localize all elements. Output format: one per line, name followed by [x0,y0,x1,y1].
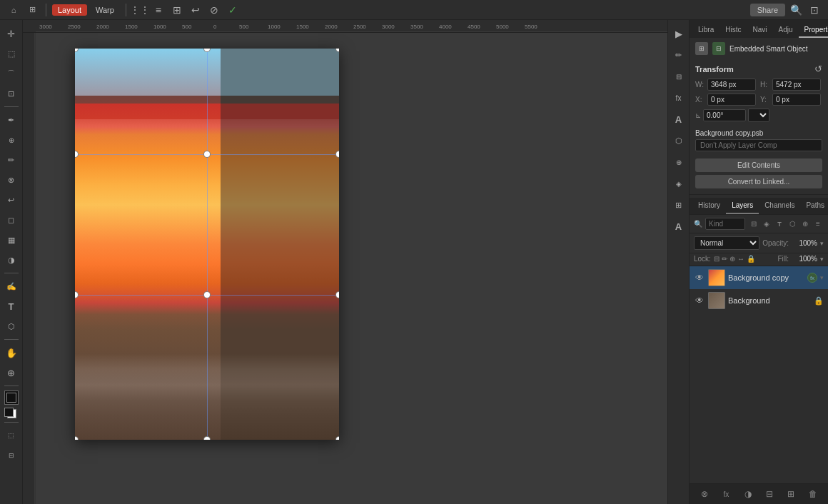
view-toggle-icon[interactable]: ⊡ [807,2,822,18]
layout-menu[interactable]: Layout [52,4,87,16]
rect-select-tool[interactable]: ⬚ [2,44,21,63]
move-tool[interactable]: ✛ [2,24,21,43]
select-icon[interactable]: ⊞ [24,2,40,18]
angle-select[interactable] [748,109,769,122]
blend-mode-select[interactable]: Normal [694,236,759,250]
layer-comp-input[interactable] [695,139,822,151]
search-icon[interactable]: 🔍 [788,2,804,18]
shape-side-icon[interactable]: ⬡ [670,131,688,150]
adjust-side-icon[interactable]: ⊕ [670,153,688,171]
stamp-tool[interactable]: ⊗ [2,171,21,189]
home-icon[interactable]: ⌂ [6,2,21,18]
warp-handle-bbc[interactable] [203,436,211,440]
warp-handle-br[interactable] [335,291,339,298]
h-input[interactable] [772,79,821,91]
crop-tool[interactable]: ⊡ [2,84,21,103]
y-input[interactable] [772,94,821,106]
svg-text:500: 500 [239,24,249,30]
lasso-tool[interactable]: ⌒ [2,64,21,83]
footer-mask-icon[interactable]: ◑ [741,487,755,501]
fill-chevron[interactable]: ▾ [820,256,824,263]
opacity-chevron[interactable]: ▾ [820,240,824,247]
grid-icon[interactable]: ⋮⋮ [132,2,148,18]
footer-folder-icon[interactable]: ⊟ [762,487,777,501]
edit-contents-button[interactable]: Edit Contents [695,158,822,172]
filter-pixel-icon[interactable]: ⊟ [748,218,759,230]
shape-tool[interactable]: ⬡ [2,317,21,336]
foreground-color[interactable] [4,390,19,405]
brush-tool[interactable]: ✏ [2,151,21,169]
warp-handle-bbr[interactable] [335,436,339,440]
tab-libra[interactable]: Libra [692,23,720,38]
share-button[interactable]: Share [750,4,785,16]
tab-adju[interactable]: Adju [773,23,799,38]
tab-channels[interactable]: Channels [759,198,800,214]
eyedropper-tool[interactable]: ✒ [2,111,21,129]
layer-item-background[interactable]: 👁 Background 🔒 [690,289,828,312]
text-side-icon[interactable]: A [670,110,688,128]
zoom-tool[interactable]: ⊕ [2,363,21,382]
eraser-tool[interactable]: ◻ [2,211,21,229]
type-tool[interactable]: T [2,297,21,316]
lock-pixel-icon[interactable]: ⊟ [714,255,720,263]
footer-link-icon[interactable]: ⊗ [697,487,712,501]
list-icon[interactable]: ≡ [151,2,166,18]
history-brush-tool[interactable]: ↩ [2,191,21,209]
layer-vis-bg[interactable]: 👁 [694,295,705,306]
quick-mask-tool[interactable]: ⬚ [2,426,21,445]
convert-linked-button[interactable]: Convert to Linked... [695,175,822,188]
tab-paths[interactable]: Paths [800,198,828,214]
lock-all-icon[interactable]: 🔒 [747,255,755,263]
svg-text:500: 500 [182,24,192,30]
gradient-tool[interactable]: ▦ [2,231,21,249]
warp-handle-bc[interactable] [203,291,211,298]
play-icon[interactable]: ▶ [670,24,688,43]
cancel-icon[interactable]: ⊘ [206,2,222,18]
layer-item-background-copy[interactable]: 👁 Background copy fx ▾ [690,266,828,289]
tab-properties[interactable]: Properties [799,23,828,38]
fx-side-icon[interactable]: fx [670,89,688,107]
layers-side-icon[interactable]: ⊟ [670,67,688,86]
footer-delete-icon[interactable]: 🗑 [806,487,820,501]
heal-tool[interactable]: ⊕ [2,131,21,149]
align-icon[interactable]: ⊞ [169,2,185,18]
grid-side-icon[interactable]: ⊞ [670,196,688,214]
lock-artboard-icon[interactable]: ↔ [737,255,744,263]
lock-move-icon[interactable]: ⊕ [729,255,735,263]
undo-icon[interactable]: ↩ [188,2,203,18]
hand-tool[interactable]: ✋ [2,343,21,362]
filter-shape-icon[interactable]: ⬡ [787,218,798,230]
angle-input[interactable] [703,109,746,121]
footer-fx-icon[interactable]: fx [719,487,733,501]
warp-handle-mr[interactable] [335,151,339,158]
tab-navi[interactable]: Navi [747,23,772,38]
svg-text:1000: 1000 [268,24,281,30]
svg-text:4000: 4000 [439,24,452,30]
x-input[interactable] [707,94,756,106]
type-side-icon[interactable]: A [670,217,688,236]
3d-side-icon[interactable]: ◈ [670,174,688,193]
filter-smart-icon[interactable]: ⊕ [799,218,811,230]
pen-tool[interactable]: ✍ [2,277,21,296]
dodge-tool[interactable]: ◑ [2,251,21,269]
confirm-icon[interactable]: ✓ [225,2,241,18]
w-input[interactable] [707,79,756,91]
layers-search-input[interactable] [705,218,745,230]
brush-side-icon[interactable]: ✏ [670,46,688,64]
tab-histc[interactable]: Histc [720,23,747,38]
footer-new-icon[interactable]: ⊞ [784,487,798,501]
canvas-scroll[interactable] [36,33,667,504]
search-filter-icon: 🔍 [694,220,702,228]
filter-more-icon[interactable]: ≡ [812,218,824,230]
tab-history[interactable]: History [692,198,726,214]
layer-expand-bg-copy[interactable]: ▾ [820,274,824,281]
transform-reset-icon[interactable]: ↺ [814,64,822,74]
tab-layers[interactable]: Layers [726,198,759,214]
warp-handle-mc[interactable] [203,151,211,158]
screen-mode-tool[interactable]: ⊟ [2,446,21,465]
filter-type-icon[interactable]: T [774,218,785,230]
lock-draw-icon[interactable]: ✏ [722,255,727,263]
filter-adj-icon[interactable]: ◈ [761,218,772,230]
warp-menu[interactable]: Warp [90,4,120,16]
layer-vis-bg-copy[interactable]: 👁 [694,272,705,283]
